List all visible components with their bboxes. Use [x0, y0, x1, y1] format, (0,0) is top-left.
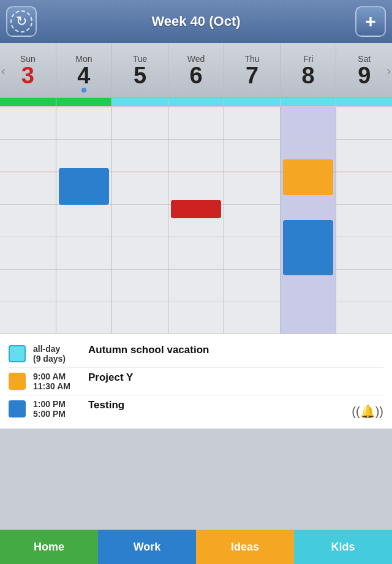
tab-home-label: Home — [34, 541, 64, 554]
allday-bar-green2 — [56, 98, 112, 106]
tab-work[interactable]: Work — [98, 530, 196, 564]
hour-line — [224, 139, 280, 140]
hour-line — [112, 237, 168, 237]
hour-line — [336, 302, 392, 302]
hour-line — [224, 107, 280, 107]
tab-kids[interactable]: Kids — [294, 530, 392, 564]
allday-wed — [168, 98, 225, 106]
hour-line — [112, 302, 168, 302]
event-title-projecty: Project Y — [88, 372, 383, 384]
prev-arrow[interactable]: ‹ — [1, 63, 6, 77]
hour-line — [0, 269, 56, 270]
hour-line-red — [0, 172, 56, 172]
day-col-thu[interactable]: Thu 7 — [224, 43, 281, 97]
event-detail-testing[interactable]: 1:00 PM 5:00 PM Testing ((🔔)) — [9, 395, 383, 422]
hour-line — [224, 269, 280, 270]
allday-thu — [224, 98, 281, 106]
event-mon-blue[interactable] — [59, 168, 110, 205]
next-arrow[interactable]: › — [386, 63, 391, 77]
hour-line — [336, 107, 392, 107]
header: ↻ Week 40 (Oct) + — [0, 0, 392, 43]
hour-line — [281, 139, 336, 140]
tab-home[interactable]: Home — [0, 530, 98, 564]
grid-col-sat — [336, 107, 392, 333]
hour-line — [281, 302, 336, 302]
tab-ideas[interactable]: Ideas — [196, 530, 294, 564]
day-headers: Sun 3 ‹ Mon 4 Tue 5 Wed 6 Thu 7 Fri 8 Sa… — [0, 43, 392, 98]
day-col-fri[interactable]: Fri 8 — [281, 43, 337, 97]
add-button[interactable]: + — [355, 6, 386, 37]
tab-bar: Home Work Ideas Kids — [0, 530, 392, 564]
hour-line-red — [112, 172, 168, 172]
hour-line — [168, 302, 224, 302]
grid-col-sun — [0, 107, 56, 333]
sync-icon: ↻ — [10, 10, 32, 32]
event-color-orange — [9, 373, 26, 390]
hour-line — [168, 269, 224, 270]
event-fri-blue[interactable] — [283, 220, 334, 275]
allday-bar-cyan3 — [224, 98, 280, 106]
allday-sun — [0, 98, 56, 106]
day-num-sat: 9 — [358, 64, 371, 87]
tab-kids-label: Kids — [331, 541, 355, 554]
event-time-projecty: 9:00 AM 11:30 AM — [33, 372, 88, 391]
allday-bar-cyan2 — [168, 98, 224, 106]
grid-col-fri — [281, 107, 337, 333]
allday-bar-green — [0, 98, 56, 106]
day-col-wed[interactable]: Wed 6 — [168, 43, 225, 97]
day-num-fri: 8 — [302, 64, 315, 87]
event-title-allday: Autumn school vacation — [88, 344, 383, 356]
event-title-testing: Testing — [88, 399, 352, 411]
day-col-sat[interactable]: Sat 9 › — [336, 43, 392, 97]
event-time-testing: 1:00 PM 5:00 PM — [33, 399, 88, 419]
hour-line-red — [224, 172, 280, 172]
allday-sat — [336, 98, 392, 106]
allday-fri — [281, 98, 337, 106]
grid-col-tue — [112, 107, 168, 333]
hour-line-red — [336, 172, 392, 172]
hour-line — [224, 237, 280, 237]
day-col-tue[interactable]: Tue 5 — [112, 43, 168, 97]
day-num-wed: 6 — [189, 64, 202, 87]
day-col-sun[interactable]: Sun 3 ‹ — [0, 43, 56, 97]
hour-line — [0, 139, 56, 140]
allday-bar-cyan5 — [336, 98, 392, 106]
hour-line-red — [168, 172, 224, 172]
event-details-panel: all-day (9 days) Autumn school vacation … — [0, 333, 392, 429]
hour-line — [168, 139, 224, 140]
event-color-cyan — [9, 345, 26, 362]
hour-line — [0, 237, 56, 237]
tab-ideas-label: Ideas — [231, 541, 259, 554]
calendar-grid — [0, 107, 392, 333]
day-num-sun: 3 — [21, 64, 34, 87]
allday-row — [0, 98, 392, 107]
plus-icon: + — [365, 11, 376, 32]
event-detail-allday[interactable]: all-day (9 days) Autumn school vacation — [9, 340, 383, 368]
sync-button[interactable]: ↻ — [6, 6, 37, 37]
hour-line — [112, 269, 168, 270]
allday-bar-cyan4 — [281, 98, 336, 106]
hour-line — [336, 139, 392, 140]
grid-col-thu — [224, 107, 281, 333]
hour-line — [112, 204, 168, 205]
event-fri-orange[interactable] — [283, 159, 334, 195]
event-wed-red[interactable] — [171, 200, 222, 218]
hour-line — [56, 302, 112, 302]
hour-line — [168, 237, 224, 237]
allday-mon — [56, 98, 113, 106]
event-dot-mon — [81, 88, 86, 93]
hour-line — [0, 302, 56, 302]
tab-work-label: Work — [134, 541, 161, 554]
day-num-mon: 4 — [77, 64, 90, 87]
day-col-mon[interactable]: Mon 4 — [56, 43, 113, 97]
event-detail-projecty[interactable]: 9:00 AM 11:30 AM Project Y — [9, 368, 383, 395]
hour-line — [0, 204, 56, 205]
hour-line — [281, 107, 336, 107]
event-color-blue — [9, 400, 26, 417]
hour-line — [56, 237, 112, 237]
day-num-tue: 5 — [134, 64, 146, 87]
hour-line — [168, 107, 224, 107]
week-title: Week 40 (Oct) — [151, 13, 240, 29]
hour-line — [56, 269, 112, 270]
bell-icon: ((🔔)) — [352, 404, 383, 419]
